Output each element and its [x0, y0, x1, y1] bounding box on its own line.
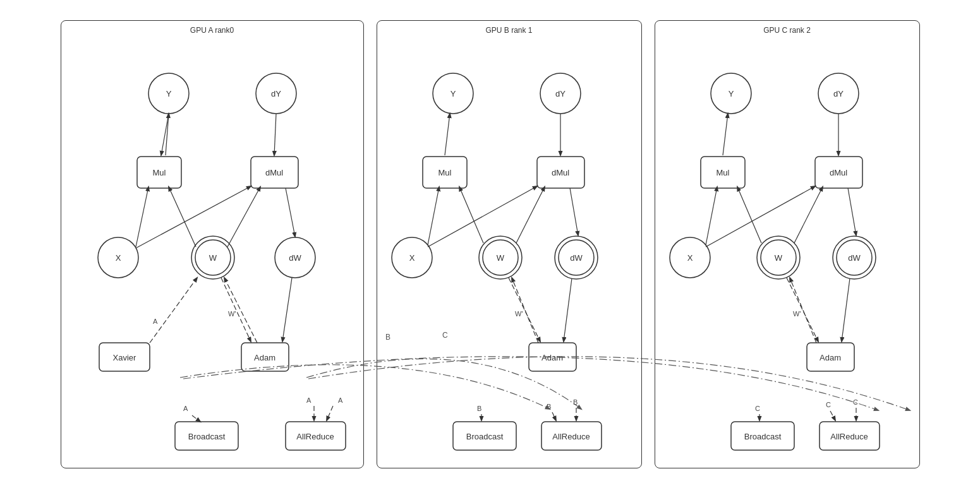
gpu-b-B1-label: B	[477, 405, 481, 412]
gpu-a-X-label: X	[115, 253, 121, 262]
gpu-a-Adam-label: Adam	[254, 352, 275, 362]
gpu-c-Y-label: Y	[728, 88, 734, 98]
gpu-a-allreduce-A1-label: A	[306, 396, 312, 404]
gpu-a-edge-to-allreduce-2	[327, 406, 333, 420]
gpu-c-edge-C-allreduce1	[830, 411, 835, 420]
gpu-a-dW-label: dW	[289, 253, 301, 262]
gpu-b-svg: Y dY Mul dMul X W dW Adam	[377, 21, 643, 469]
gpu-a-svg: Y dY Mul dMul X W dW Xavier	[61, 21, 365, 469]
gpu-b-Y-label: Y	[450, 88, 456, 98]
gpu-b-edge-X-dMul	[428, 186, 537, 247]
gpu-a-edge-to-broadcast	[192, 415, 200, 422]
gpu-c-C3-label: C	[853, 398, 858, 406]
gpu-c-C2-label: C	[826, 401, 831, 408]
gpu-b-Broadcast-label: Broadcast	[466, 431, 503, 441]
gpu-a-edge-W-Adam	[221, 278, 251, 342]
gpu-c-AllReduce-label: AllReduce	[830, 431, 868, 441]
gpu-a-Y-label: Y	[166, 88, 171, 98]
gpu-b-edge-W-Mul	[459, 187, 483, 243]
main-container: GPU A rank0 Y dY Mul	[48, 8, 933, 481]
gpu-c-edge-X-Mul	[706, 187, 717, 245]
gpu-c-C1-label: C	[755, 405, 760, 412]
gpu-c-title: GPU C rank 2	[763, 26, 811, 35]
gpu-b-Wprime-label: W'	[515, 310, 523, 318]
gpu-a-edge-dMul-dW	[286, 188, 295, 237]
gpu-b-dW-label: dW	[570, 253, 583, 262]
gpu-c-dMul-label: dMul	[829, 167, 847, 177]
gpu-c-Adam-label: Adam	[820, 352, 841, 362]
gpu-c-edge-dW-Adam	[842, 278, 850, 342]
gpu-c-edge-dMul-dW	[848, 188, 856, 235]
gpu-b-edge-B-allreduce1	[552, 412, 556, 420]
gpu-a-edge-Y-Mul	[161, 114, 169, 155]
gpu-a-Wprime-label: W'	[228, 310, 236, 318]
gpu-a-edge-A-label-xavier: A	[153, 318, 158, 325]
gpu-b-title: GPU B rank 1	[485, 26, 532, 35]
gpu-a-broadcast-A-label: A	[183, 405, 188, 412]
gpu-a-Xavier-label: Xavier	[112, 352, 136, 362]
gpu-b-edge-W-Adam	[509, 278, 540, 342]
gpu-b-X-label: X	[409, 253, 414, 262]
gpu-c-edge-X-dMul	[706, 186, 815, 247]
gpu-a-edge-Xavier-W	[150, 278, 197, 343]
gpu-a-dMul-label: dMul	[265, 167, 282, 177]
gpu-a-dY-label: dY	[271, 88, 281, 98]
gpu-b-B2-label: B	[547, 403, 551, 410]
gpu-c-Wprime-label: W'	[793, 310, 801, 318]
gpu-b-W-label: W	[496, 253, 504, 262]
gpu-a-Mul-label: Mul	[152, 167, 166, 177]
gpu-a-edge-X-Mul	[136, 187, 148, 247]
gpu-a-AllReduce-label: AllReduce	[296, 431, 334, 441]
gpu-c-edge-Mul-Y	[723, 114, 728, 155]
gpu-c-edge-W-Mul	[737, 187, 761, 243]
gpu-a-allreduce-A2-label: A	[338, 396, 343, 404]
gpu-c-Mul-label: Mul	[716, 167, 729, 177]
gpu-b-dMul-label: dMul	[551, 167, 569, 177]
gpu-b-Adam-label: Adam	[541, 352, 563, 362]
gpu-c-X-label: X	[687, 253, 693, 262]
gpu-b-edge-dMul-dW	[570, 188, 578, 235]
gpu-b-dY-label: dY	[555, 88, 566, 98]
gpu-a-edge-dW-Adam	[282, 278, 292, 342]
gpu-b-B3-label: B	[573, 398, 578, 406]
gpu-c-svg: Y dY Mul dMul X W dW Adam	[655, 21, 921, 469]
gpu-c-box: GPU C rank 2 Y dY Mul dMul X	[655, 20, 920, 468]
gpu-c-edge-W-Adam	[787, 278, 818, 342]
gpu-a-edge-dY-dMul	[274, 114, 276, 155]
gpu-b-box: GPU B rank 1 Y dY Mul dMul X	[377, 20, 642, 468]
gpu-b-AllReduce-label: AllReduce	[552, 431, 590, 441]
gpu-b-edge-dW-Adam	[564, 278, 572, 342]
gpu-a-W-label: W	[209, 253, 217, 262]
gpu-a-box: GPU A rank0 Y dY Mul	[61, 20, 364, 468]
gpu-c-dW-label: dW	[848, 253, 861, 262]
gpu-c-Broadcast-label: Broadcast	[744, 431, 781, 441]
gpu-a-edge-W-Mul	[169, 187, 196, 247]
gpu-c-W-label: W	[774, 253, 782, 262]
gpu-b-Mul-label: Mul	[438, 167, 451, 177]
gpu-c-dY-label: dY	[833, 88, 844, 98]
gpu-a-edge-X-dMul	[136, 186, 251, 248]
gpu-a-edge-Mul-Y	[166, 114, 169, 155]
gpu-a-Broadcast-label: Broadcast	[188, 431, 225, 441]
gpu-b-edge-X-Mul	[428, 187, 439, 245]
gpu-a-title: GPU A rank0	[190, 26, 234, 35]
gpu-b-edge-Mul-Y	[445, 114, 450, 155]
